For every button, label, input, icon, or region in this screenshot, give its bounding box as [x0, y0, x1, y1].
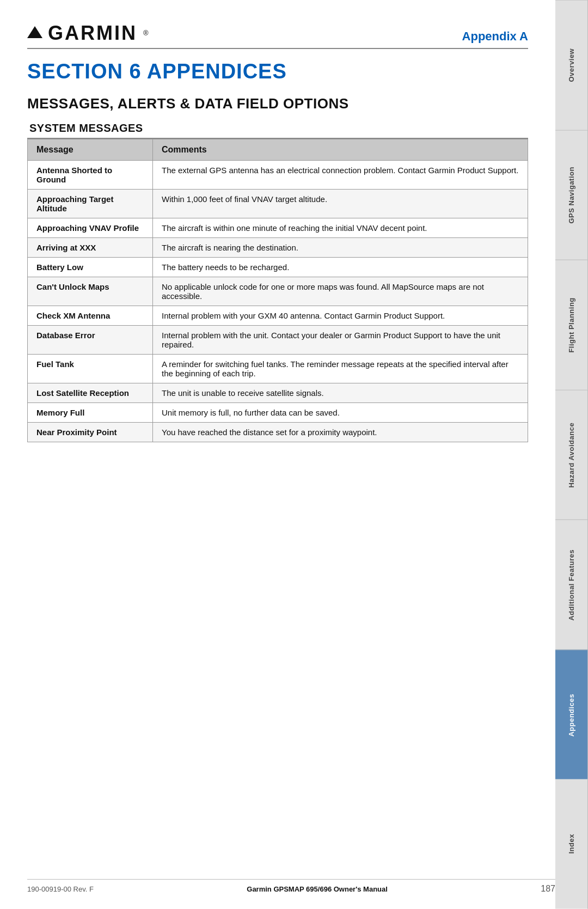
subsection-heading: SYSTEM MESSAGES: [27, 122, 528, 139]
registered-mark: ®: [143, 29, 149, 37]
comment-cell: The battery needs to be recharged.: [153, 258, 528, 277]
section-title: SECTION 6 APPENDICES: [27, 60, 528, 83]
sidebar-tab-overview[interactable]: Overview: [555, 0, 588, 130]
message-cell: Approaching VNAV Profile: [28, 218, 153, 238]
message-cell: Near Proximity Point: [28, 423, 153, 442]
comment-cell: A reminder for switching fuel tanks. The…: [153, 355, 528, 383]
messages-table: Message Comments Antenna Shorted to Grou…: [27, 139, 528, 442]
table-row: Memory FullUnit memory is full, no furth…: [28, 403, 528, 423]
comment-cell: Internal problem with your GXM 40 antenn…: [153, 306, 528, 326]
comment-cell: Unit memory is full, no further data can…: [153, 403, 528, 423]
comment-cell: The external GPS antenna has an electric…: [153, 161, 528, 190]
col-comments-header: Comments: [153, 139, 528, 161]
table-row: Arriving at XXXThe aircraft is nearing t…: [28, 238, 528, 258]
footer-title: Garmin GPSMAP 695/696 Owner's Manual: [247, 885, 388, 893]
table-row: Antenna Shorted to GroundThe external GP…: [28, 161, 528, 190]
table-row: Near Proximity PointYou have reached the…: [28, 423, 528, 442]
message-cell: Battery Low: [28, 258, 153, 277]
sidebar-tab-additional-features[interactable]: Additional Features: [555, 520, 588, 650]
message-cell: Memory Full: [28, 403, 153, 423]
table-row: Battery LowThe battery needs to be recha…: [28, 258, 528, 277]
col-message-header: Message: [28, 139, 153, 161]
page-footer: 190-00919-00 Rev. F Garmin GPSMAP 695/69…: [27, 879, 555, 894]
table-row: Can't Unlock MapsNo applicable unlock co…: [28, 277, 528, 306]
page-header: GARMIN ® Appendix A: [27, 22, 528, 49]
message-cell: Check XM Antenna: [28, 306, 153, 326]
comment-cell: The aircraft is nearing the destination.: [153, 238, 528, 258]
comment-cell: The unit is unable to receive satellite …: [153, 383, 528, 403]
footer-revision: 190-00919-00 Rev. F: [27, 885, 94, 893]
table-row: Fuel TankA reminder for switching fuel t…: [28, 355, 528, 383]
table-row: Database ErrorInternal problem with the …: [28, 326, 528, 355]
sidebar-tab-hazard-avoidance[interactable]: Hazard Avoidance: [555, 390, 588, 520]
message-cell: Arriving at XXX: [28, 238, 153, 258]
footer-page-number: 187: [541, 884, 555, 894]
logo-text: GARMIN: [48, 22, 137, 45]
table-row: Approaching Target AltitudeWithin 1,000 …: [28, 190, 528, 218]
message-cell: Fuel Tank: [28, 355, 153, 383]
garmin-logo: GARMIN ®: [27, 22, 149, 45]
message-cell: Database Error: [28, 326, 153, 355]
page-content: GARMIN ® Appendix A SECTION 6 APPENDICES…: [0, 0, 555, 909]
sidebar-tab-appendices[interactable]: Appendices: [555, 650, 588, 780]
page-subtitle: MESSAGES, ALERTS & DATA FIELD OPTIONS: [27, 95, 528, 112]
logo-triangle-icon: [27, 26, 42, 38]
comment-cell: Internal problem with the unit. Contact …: [153, 326, 528, 355]
comment-cell: The aircraft is within one minute of rea…: [153, 218, 528, 238]
sidebar: OverviewGPS NavigationFlight PlanningHaz…: [555, 0, 588, 909]
message-cell: Antenna Shorted to Ground: [28, 161, 153, 190]
comment-cell: You have reached the distance set for a …: [153, 423, 528, 442]
sidebar-tab-index[interactable]: Index: [555, 779, 588, 909]
message-cell: Can't Unlock Maps: [28, 277, 153, 306]
sidebar-tab-gps-navigation[interactable]: GPS Navigation: [555, 130, 588, 260]
table-row: Lost Satellite ReceptionThe unit is unab…: [28, 383, 528, 403]
comment-cell: Within 1,000 feet of final VNAV target a…: [153, 190, 528, 218]
message-cell: Approaching Target Altitude: [28, 190, 153, 218]
message-cell: Lost Satellite Reception: [28, 383, 153, 403]
comment-cell: No applicable unlock code for one or mor…: [153, 277, 528, 306]
table-row: Check XM AntennaInternal problem with yo…: [28, 306, 528, 326]
appendix-label: Appendix A: [462, 29, 528, 45]
sidebar-tab-flight-planning[interactable]: Flight Planning: [555, 260, 588, 390]
table-row: Approaching VNAV ProfileThe aircraft is …: [28, 218, 528, 238]
